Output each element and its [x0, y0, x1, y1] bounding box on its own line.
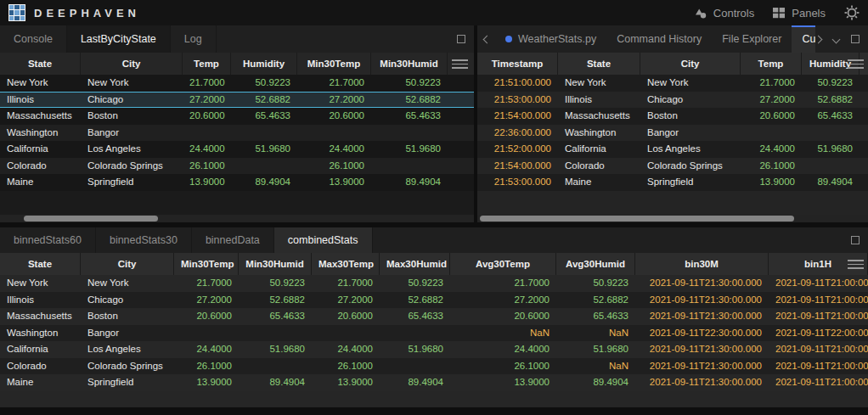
tab-file-explorer[interactable]: File Explorer [712, 25, 792, 53]
table-row[interactable]: 21:51:00.000New YorkNew York21.700050.92… [477, 75, 868, 92]
table-row[interactable]: 21:54:00.000ColoradoColorado Springs26.1… [477, 158, 868, 175]
cell-State: Maine [0, 374, 81, 391]
settings-gear-icon[interactable] [844, 5, 860, 20]
cell-City: Springfield [81, 374, 174, 391]
cell-Humidity: 51.9680 [231, 141, 297, 158]
table-row[interactable]: MassachusettsBoston20.600065.463320.6000… [0, 308, 868, 325]
table-menu-icon[interactable] [848, 59, 864, 69]
cell-Max30Humid: 65.4633 [380, 308, 450, 325]
cell-bin1H: 2021-09-11T21:00:00.000 [769, 341, 868, 358]
maximize-icon[interactable] [851, 35, 860, 43]
cell-City: Springfield [640, 174, 741, 191]
cell-City: Bangor [81, 125, 183, 142]
horizontal-scrollbar-thumb[interactable] [480, 216, 794, 222]
tab-log[interactable]: Log [171, 25, 217, 53]
tab-scroll-left-icon[interactable] [477, 25, 495, 53]
cell-Avg30Humid: 50.9223 [556, 275, 635, 292]
column-header-Min30Temp[interactable]: Min30Temp [297, 53, 371, 75]
column-header-Max30Temp[interactable]: Max30Temp [312, 253, 380, 275]
column-header-State[interactable]: State [558, 53, 640, 75]
column-header-Avg30Humid[interactable]: Avg30Humid [556, 253, 635, 275]
table-row[interactable]: 21:53:00.000IllinoisChicago27.200052.688… [477, 92, 868, 109]
tab-current[interactable]: Curren [792, 25, 815, 53]
table-row[interactable]: ColoradoColorado Springs26.100026.100026… [0, 358, 868, 375]
table-row[interactable]: 21:52:00.000CaliforniaLos Angeles24.4000… [477, 141, 868, 158]
cell-Humidity [231, 158, 297, 175]
cell-Min30Temp: 21.7000 [297, 75, 371, 92]
column-header-Humidity[interactable]: Humidity [231, 53, 297, 75]
column-header-Temp[interactable]: Temp [741, 53, 802, 75]
horizontal-scrollbar-thumb[interactable] [24, 216, 158, 222]
cell-State: New York [558, 75, 640, 92]
cell-City: New York [81, 275, 174, 292]
cell-Min30Temp: 20.6000 [297, 108, 371, 125]
cell-State: Massachusetts [0, 308, 81, 325]
cell-bin30M: 2021-09-11T21:30:00.000 [635, 308, 769, 325]
cell-City: Los Angeles [81, 341, 174, 358]
column-header-Timestamp[interactable]: Timestamp [477, 53, 558, 75]
column-header-City[interactable]: City [81, 53, 183, 75]
table-row[interactable]: New YorkNew York21.700050.922321.700050.… [0, 75, 474, 92]
tab-binnedstats30[interactable]: binnedStats30 [96, 227, 192, 253]
tab-scroll-right-icon[interactable] [815, 33, 821, 45]
tab-weatherstats-py[interactable]: WeatherStats.py [495, 25, 606, 53]
cell-Temp: 24.4000 [741, 141, 802, 158]
table-row[interactable]: MaineSpringfield13.900089.490413.900089.… [0, 174, 474, 191]
cell-Temp: 13.9000 [183, 174, 231, 191]
table-row[interactable]: MassachusettsBoston20.600065.463320.6000… [0, 108, 474, 125]
tab-list-dropdown-icon[interactable] [833, 33, 839, 45]
table-row[interactable]: CaliforniaLos Angeles24.400051.968024.40… [0, 141, 474, 158]
tab-lastbycitystate[interactable]: LastByCityState [67, 25, 171, 53]
table-header-row: StateCityMin30TempMin30HumidMax30TempMax… [0, 253, 868, 275]
table-row[interactable]: IllinoisChicago27.200052.688227.200052.6… [0, 292, 868, 309]
cell-Timestamp: 21:54:00.000 [477, 108, 558, 125]
tab-console[interactable]: Console [0, 25, 67, 53]
cell-Min30Humid: 89.4904 [371, 174, 448, 191]
column-header-State[interactable]: State [0, 53, 81, 75]
controls-button[interactable]: Controls [694, 7, 754, 20]
table-row[interactable]: 21:53:00.000MaineSpringfield13.900089.49… [477, 174, 868, 191]
column-header-City[interactable]: City [81, 253, 174, 275]
table-row[interactable]: IllinoisChicago27.200052.688227.200052.6… [0, 92, 474, 109]
table-header-row: TimestampStateCityTempHumidity [477, 53, 868, 75]
table-row[interactable]: CaliforniaLos Angeles24.400051.968024.40… [0, 341, 868, 358]
column-header-bin30M[interactable]: bin30M [635, 253, 769, 275]
maximize-icon[interactable] [457, 35, 465, 43]
table-header-row: StateCityTempHumidityMin30TempMin30Humid [0, 53, 474, 75]
tab-combinedstats[interactable]: combinedStats [274, 227, 373, 253]
cell-City: Boston [640, 108, 741, 125]
cell-Humidity: 65.4633 [231, 108, 297, 125]
horizontal-scrollbar-track [0, 215, 474, 222]
column-header-Min30Humid[interactable]: Min30Humid [371, 53, 448, 75]
column-header-Avg30Temp[interactable]: Avg30Temp [450, 253, 556, 275]
cell-City: Colorado Springs [640, 158, 741, 175]
tab-binnedstats60[interactable]: binnedStats60 [0, 227, 96, 253]
column-header-Min30Humid[interactable]: Min30Humid [239, 253, 312, 275]
cell-City: Colorado Springs [81, 358, 174, 375]
table-row[interactable]: New YorkNew York21.700050.922321.700050.… [0, 275, 868, 292]
panels-button[interactable]: Panels [773, 7, 826, 20]
column-header-Temp[interactable]: Temp [183, 53, 231, 75]
tab-binneddata[interactable]: binnedData [192, 227, 274, 253]
cell-Min30Temp: 24.4000 [174, 341, 239, 358]
column-header-Max30Humid[interactable]: Max30Humid [380, 253, 450, 275]
column-header-City[interactable]: City [640, 53, 741, 75]
table-row[interactable]: WashingtonBangor [0, 125, 474, 142]
table-row[interactable]: 21:54:00.000MassachusettsBoston20.600065… [477, 108, 868, 125]
cell-State: Colorado [0, 358, 81, 375]
table-row[interactable]: MaineSpringfield13.900089.490413.900089.… [0, 374, 868, 391]
tab-command-history[interactable]: Command History [606, 25, 712, 53]
cell-Humidity: 52.6882 [802, 92, 860, 109]
table-row[interactable]: ColoradoColorado Springs26.100026.1000 [0, 158, 474, 175]
column-header-State[interactable]: State [0, 253, 81, 275]
cell-Avg30Humid: NaN [556, 358, 635, 375]
table-menu-icon[interactable] [848, 260, 864, 269]
table-row[interactable]: WashingtonBangorNaNNaN2021-09-11T22:30:0… [0, 325, 868, 342]
table-menu-icon[interactable] [452, 59, 468, 69]
cell-State: Washington [0, 325, 81, 342]
maximize-icon[interactable] [851, 236, 860, 244]
cell-State: Illinois [0, 92, 81, 109]
cell-Avg30Temp: 13.9000 [450, 374, 556, 391]
column-header-Min30Temp[interactable]: Min30Temp [174, 253, 239, 275]
table-row[interactable]: 22:36:00.000WashingtonBangor [477, 125, 868, 142]
